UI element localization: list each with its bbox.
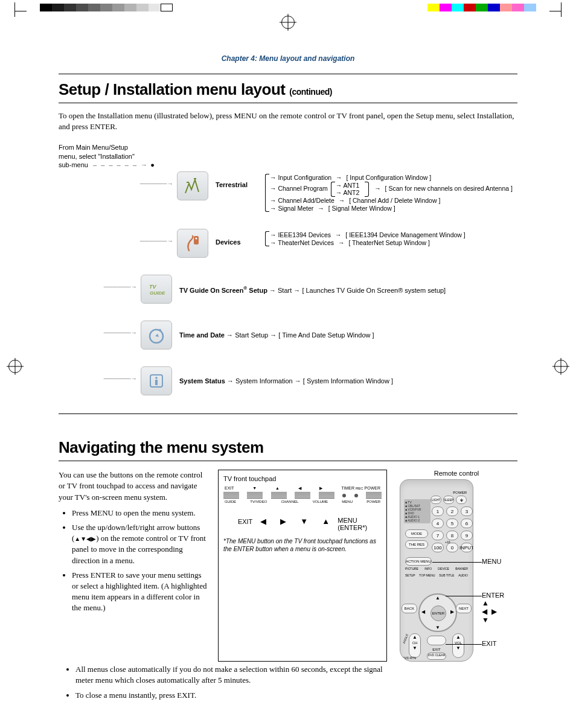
nav-bullet-1: Press MENU to open the menu system. bbox=[72, 508, 210, 519]
remote-btn-sleep: SLEEP bbox=[443, 496, 454, 504]
remote-btn-ch: ▲CH▼ bbox=[409, 633, 421, 658]
td-label: Time and Date bbox=[179, 331, 225, 339]
remote-btn-6: 6 bbox=[461, 519, 473, 528]
t-signal: Signal Meter bbox=[278, 205, 313, 212]
svg-point-3 bbox=[196, 238, 197, 240]
t-input-config: Input Configuration bbox=[278, 174, 331, 181]
tp-lbl-menu: MENU bbox=[342, 500, 353, 503]
section-title-text: Setup / Installation menu layout bbox=[59, 80, 286, 98]
nav-text-continuation: All menus close automatically if you do … bbox=[59, 664, 385, 701]
remote-btn-dvdclear: DVD CLEAR bbox=[427, 653, 446, 660]
ss-mid: System Information bbox=[235, 377, 293, 385]
tvguide-icon: TVGUIDE bbox=[141, 275, 172, 304]
t-add-del-win: [ Channel Add / Delete Window ] bbox=[349, 197, 440, 204]
r-lbl-picture: PICTURE bbox=[405, 567, 418, 570]
remote-btn-mode: MODE bbox=[405, 529, 428, 538]
remote-numpad: 1 2 3 4 5 6 7 8 9 100 0 INPUT bbox=[432, 506, 473, 552]
touchpad-buttons bbox=[223, 492, 382, 499]
terrestrial-icon bbox=[177, 171, 208, 200]
tvg-label-post: Setup bbox=[247, 287, 267, 294]
rule bbox=[59, 461, 517, 461]
remote-btn-5: 5 bbox=[446, 519, 458, 528]
tp-btn bbox=[295, 492, 310, 499]
svg-rect-2 bbox=[194, 236, 199, 244]
remote-pill-mid1 bbox=[427, 636, 446, 645]
remote-control-column: Remote control POWER LIGHT SLEEP ⏻ ■ TV … bbox=[395, 470, 517, 662]
t-scan: [ Scan for new channels on desired Anten… bbox=[385, 185, 513, 192]
tp-top-rec: REC bbox=[356, 487, 363, 490]
svg-point-9 bbox=[155, 377, 158, 379]
callout-enter-label: ENTER bbox=[482, 592, 504, 599]
print-registration-top bbox=[0, 4, 576, 19]
up-arrow-icon: ▲ bbox=[322, 517, 330, 526]
tp-led bbox=[354, 494, 358, 497]
left-arrow-icon: ◀ bbox=[260, 517, 266, 526]
section-title-continued: (continued) bbox=[289, 87, 332, 97]
callout-enter-arrows: ▲◀ ▶▼ bbox=[482, 599, 498, 624]
remote-btn-exit: EXIT bbox=[424, 648, 449, 651]
d-tnet-win: [ TheaterNet Setup Window ] bbox=[348, 239, 430, 246]
touchpad-footnote: *The MENU button on the TV front touchpa… bbox=[223, 537, 382, 553]
crop-mark bbox=[14, 2, 27, 19]
remote-mode-block: ■ TV ■ CBL/SAT ■ VCR/PVR ■ DVD ■ AUDIO 1… bbox=[404, 499, 430, 523]
nav-bullet-3: Press ENTER to save your menu settings o… bbox=[72, 570, 210, 614]
svg-point-7 bbox=[159, 329, 161, 331]
tp-lbl-guide: GUIDE bbox=[225, 500, 236, 503]
t-add-del: Channel Add/Delete bbox=[278, 197, 334, 204]
tp-top-power: POWER bbox=[365, 486, 380, 490]
r-lbl-device: DEVICE bbox=[438, 567, 449, 570]
tp-lbl-channel: CHANNEL bbox=[281, 500, 299, 503]
nav-bullet-5: To close a menu instantly, press EXIT. bbox=[75, 690, 385, 701]
callout-exit: EXIT bbox=[482, 640, 496, 647]
svg-text:TV: TV bbox=[149, 284, 156, 290]
remote-arc-labels-bottom: SETUP TOP MENU SUB TITLE AUDIO bbox=[405, 573, 468, 577]
crop-mark bbox=[549, 2, 562, 19]
section2-title: Navigating the menu system bbox=[59, 438, 517, 457]
d-tnet: TheaterNet Devices bbox=[278, 239, 334, 246]
ss-label: System Status bbox=[179, 377, 225, 385]
remote-btn-100: 100 bbox=[432, 543, 444, 552]
tp-btn bbox=[247, 492, 263, 499]
remote-btn-back: BACK bbox=[402, 604, 417, 613]
down-arrow-icon: ▼ bbox=[300, 517, 308, 526]
t-channel-prog: Channel Program bbox=[278, 185, 327, 192]
td-start: Start Setup bbox=[235, 331, 268, 339]
remote-top-row: LIGHT SLEEP ⏻ bbox=[430, 496, 467, 504]
timedate-row: Time and Date → Start Setup → [ Time And… bbox=[179, 321, 517, 339]
d-ieee: IEEE1394 Devices bbox=[278, 231, 331, 238]
r-side-audio2: AUDIO 2 bbox=[408, 519, 420, 522]
terrestrial-details: → Input Configuration → [ Input Configur… bbox=[264, 171, 514, 212]
callout-menu-label: MENU bbox=[482, 558, 501, 565]
section-title: Setup / Installation menu layout (contin… bbox=[59, 80, 517, 99]
remote-btn-action-menu: ACTION MENU bbox=[405, 557, 432, 566]
remote-btn-9: 9 bbox=[461, 531, 473, 540]
rule bbox=[59, 413, 517, 414]
remote-dpad: ▲ ▼ ◀ ▶ ENTER bbox=[418, 593, 455, 630]
remote-btn-4: 4 bbox=[432, 519, 444, 528]
ss-result: [ System Information Window ] bbox=[303, 377, 393, 385]
r-lbl-subtitle: SUB TITLE bbox=[439, 573, 454, 577]
callout-enter: ENTER ▲◀ ▶▼ bbox=[482, 592, 504, 624]
terrestrial-label: Terrestrial bbox=[216, 171, 264, 188]
remote-body: POWER LIGHT SLEEP ⏻ ■ TV ■ CBL/SAT ■ VCR… bbox=[400, 479, 473, 662]
remote-lbl-plus10: +10 bbox=[445, 540, 450, 544]
remote-btn-2: 2 bbox=[446, 506, 458, 516]
svg-rect-10 bbox=[155, 380, 158, 385]
td-result: [ Time And Date Setup Window ] bbox=[278, 331, 374, 339]
tp-lbl-tvvideo: TV/VIDEO bbox=[250, 500, 267, 503]
tp-btn bbox=[271, 492, 287, 499]
touchpad-bottom-labels: GUIDE TV/VIDEO CHANNEL VOLUME MENU POWER bbox=[223, 500, 382, 503]
remote-btn-7: 7 bbox=[432, 531, 444, 540]
rule bbox=[59, 74, 517, 74]
remote-btn-next: NEXT bbox=[456, 604, 472, 613]
r-lbl-audio: AUDIO bbox=[458, 573, 468, 577]
remote-btn-theres: THE RES bbox=[405, 540, 428, 549]
nav-intro: You can use the buttons on the remote co… bbox=[59, 470, 202, 501]
remote-btn-power: ⏻ bbox=[456, 496, 467, 504]
r-lbl-info: INFO bbox=[424, 567, 432, 570]
remote-lbl-power: POWER bbox=[453, 491, 467, 494]
tp-top-exit: EXIT bbox=[225, 486, 234, 491]
tp-btn bbox=[366, 492, 382, 499]
remote-lower-controls: ▲CH▼ ▲VOL▼ EXIT DVD CLEAR bbox=[406, 633, 467, 657]
systemstatus-row: System Status → System Information → [ S… bbox=[179, 366, 517, 385]
